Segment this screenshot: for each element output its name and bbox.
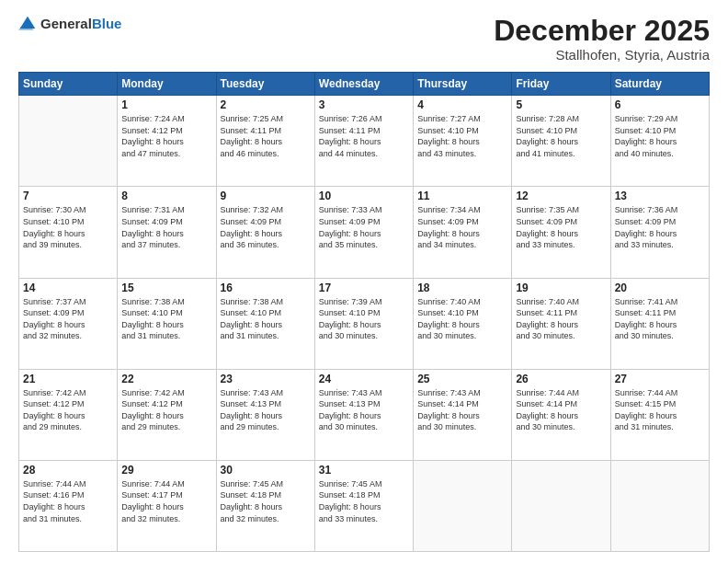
calendar-cell: 10Sunrise: 7:33 AMSunset: 4:09 PMDayligh… — [314, 187, 413, 278]
calendar-cell — [19, 96, 118, 187]
calendar-cell: 6Sunrise: 7:29 AMSunset: 4:10 PMDaylight… — [610, 96, 709, 187]
day-number: 14 — [23, 282, 113, 294]
cell-info: Sunrise: 7:30 AMSunset: 4:10 PMDaylight:… — [23, 204, 113, 250]
day-number: 13 — [615, 190, 705, 202]
cell-info: Sunrise: 7:24 AMSunset: 4:12 PMDaylight:… — [121, 113, 211, 159]
cell-info: Sunrise: 7:33 AMSunset: 4:09 PMDaylight:… — [319, 204, 409, 250]
col-sunday: Sunday — [19, 73, 118, 96]
cell-info: Sunrise: 7:42 AMSunset: 4:12 PMDaylight:… — [23, 387, 113, 433]
week-row-4: 21Sunrise: 7:42 AMSunset: 4:12 PMDayligh… — [19, 369, 710, 460]
cell-info: Sunrise: 7:26 AMSunset: 4:11 PMDaylight:… — [319, 113, 409, 159]
day-number: 23 — [221, 373, 311, 385]
day-number: 4 — [417, 98, 507, 111]
day-number: 8 — [121, 190, 211, 202]
cell-info: Sunrise: 7:40 AMSunset: 4:10 PMDaylight:… — [417, 296, 507, 342]
calendar-cell: 1Sunrise: 7:24 AMSunset: 4:12 PMDaylight… — [118, 96, 216, 187]
day-number: 7 — [23, 190, 113, 202]
day-number: 28 — [23, 464, 113, 477]
calendar-cell: 20Sunrise: 7:41 AMSunset: 4:11 PMDayligh… — [610, 278, 709, 369]
day-number: 1 — [121, 98, 211, 111]
calendar-cell: 14Sunrise: 7:37 AMSunset: 4:09 PMDayligh… — [19, 278, 118, 369]
day-number: 20 — [615, 282, 705, 294]
day-number: 17 — [319, 282, 409, 294]
cell-info: Sunrise: 7:38 AMSunset: 4:10 PMDaylight:… — [121, 296, 211, 342]
calendar-cell: 22Sunrise: 7:42 AMSunset: 4:12 PMDayligh… — [118, 369, 216, 460]
day-number: 26 — [516, 373, 606, 385]
day-number: 16 — [221, 282, 311, 294]
calendar-cell: 23Sunrise: 7:43 AMSunset: 4:13 PMDayligh… — [216, 369, 314, 460]
cell-info: Sunrise: 7:42 AMSunset: 4:12 PMDaylight:… — [121, 387, 211, 433]
week-row-1: 1Sunrise: 7:24 AMSunset: 4:12 PMDaylight… — [19, 96, 710, 187]
week-row-3: 14Sunrise: 7:37 AMSunset: 4:09 PMDayligh… — [19, 278, 710, 369]
header-row: Sunday Monday Tuesday Wednesday Thursday… — [19, 73, 710, 96]
week-row-2: 7Sunrise: 7:30 AMSunset: 4:10 PMDaylight… — [19, 187, 710, 278]
cell-info: Sunrise: 7:27 AMSunset: 4:10 PMDaylight:… — [417, 113, 507, 159]
cell-info: Sunrise: 7:29 AMSunset: 4:10 PMDaylight:… — [615, 113, 705, 159]
day-number: 5 — [516, 98, 606, 111]
calendar-cell: 28Sunrise: 7:44 AMSunset: 4:16 PMDayligh… — [19, 460, 118, 551]
day-number: 24 — [319, 373, 409, 385]
cell-info: Sunrise: 7:43 AMSunset: 4:13 PMDaylight:… — [319, 387, 409, 433]
title-block: December 2025 Stallhofen, Styria, Austri… — [494, 15, 710, 63]
calendar-cell: 2Sunrise: 7:25 AMSunset: 4:11 PMDaylight… — [216, 96, 314, 187]
cell-info: Sunrise: 7:45 AMSunset: 4:18 PMDaylight:… — [319, 478, 409, 524]
cell-info: Sunrise: 7:35 AMSunset: 4:09 PMDaylight:… — [516, 204, 606, 250]
col-friday: Friday — [512, 73, 610, 96]
day-number: 11 — [417, 190, 507, 202]
col-wednesday: Wednesday — [314, 73, 413, 96]
day-number: 3 — [319, 98, 409, 111]
cell-info: Sunrise: 7:25 AMSunset: 4:11 PMDaylight:… — [221, 113, 311, 159]
day-number: 2 — [221, 98, 311, 111]
cell-info: Sunrise: 7:44 AMSunset: 4:14 PMDaylight:… — [516, 387, 606, 433]
day-number: 21 — [23, 373, 113, 385]
day-number: 27 — [615, 373, 705, 385]
cell-info: Sunrise: 7:44 AMSunset: 4:17 PMDaylight:… — [121, 478, 211, 524]
logo-icon — [18, 15, 37, 33]
calendar-cell: 16Sunrise: 7:38 AMSunset: 4:10 PMDayligh… — [216, 278, 314, 369]
day-number: 10 — [319, 190, 409, 202]
col-monday: Monday — [118, 73, 216, 96]
calendar-cell: 29Sunrise: 7:44 AMSunset: 4:17 PMDayligh… — [118, 460, 216, 551]
calendar-cell: 8Sunrise: 7:31 AMSunset: 4:09 PMDaylight… — [118, 187, 216, 278]
day-number: 12 — [516, 190, 606, 202]
cell-info: Sunrise: 7:43 AMSunset: 4:13 PMDaylight:… — [221, 387, 311, 433]
cell-info: Sunrise: 7:32 AMSunset: 4:09 PMDaylight:… — [221, 204, 311, 250]
day-number: 31 — [319, 464, 409, 477]
day-number: 30 — [221, 464, 311, 477]
calendar-cell: 11Sunrise: 7:34 AMSunset: 4:09 PMDayligh… — [414, 187, 512, 278]
cell-info: Sunrise: 7:39 AMSunset: 4:10 PMDaylight:… — [319, 296, 409, 342]
calendar-cell: 26Sunrise: 7:44 AMSunset: 4:14 PMDayligh… — [512, 369, 610, 460]
day-number: 25 — [417, 373, 507, 385]
calendar-table: Sunday Monday Tuesday Wednesday Thursday… — [18, 72, 710, 552]
day-number: 29 — [121, 464, 211, 477]
page: GeneralBlue December 2025 Stallhofen, St… — [0, 0, 728, 563]
cell-info: Sunrise: 7:28 AMSunset: 4:10 PMDaylight:… — [516, 113, 606, 159]
calendar-cell: 27Sunrise: 7:44 AMSunset: 4:15 PMDayligh… — [610, 369, 709, 460]
calendar-cell: 17Sunrise: 7:39 AMSunset: 4:10 PMDayligh… — [314, 278, 413, 369]
header: GeneralBlue December 2025 Stallhofen, St… — [18, 15, 710, 63]
col-saturday: Saturday — [610, 73, 709, 96]
calendar-cell: 30Sunrise: 7:45 AMSunset: 4:18 PMDayligh… — [216, 460, 314, 551]
calendar-cell: 31Sunrise: 7:45 AMSunset: 4:18 PMDayligh… — [314, 460, 413, 551]
day-number: 9 — [221, 190, 311, 202]
day-number: 15 — [121, 282, 211, 294]
calendar-cell: 13Sunrise: 7:36 AMSunset: 4:09 PMDayligh… — [610, 187, 709, 278]
cell-info: Sunrise: 7:41 AMSunset: 4:11 PMDaylight:… — [615, 296, 705, 342]
cell-info: Sunrise: 7:40 AMSunset: 4:11 PMDaylight:… — [516, 296, 606, 342]
calendar-cell — [414, 460, 512, 551]
calendar-cell: 21Sunrise: 7:42 AMSunset: 4:12 PMDayligh… — [19, 369, 118, 460]
calendar-cell: 7Sunrise: 7:30 AMSunset: 4:10 PMDaylight… — [19, 187, 118, 278]
cell-info: Sunrise: 7:44 AMSunset: 4:15 PMDaylight:… — [615, 387, 705, 433]
cell-info: Sunrise: 7:36 AMSunset: 4:09 PMDaylight:… — [615, 204, 705, 250]
calendar-cell: 19Sunrise: 7:40 AMSunset: 4:11 PMDayligh… — [512, 278, 610, 369]
col-thursday: Thursday — [414, 73, 512, 96]
calendar-cell: 9Sunrise: 7:32 AMSunset: 4:09 PMDaylight… — [216, 187, 314, 278]
calendar-cell: 15Sunrise: 7:38 AMSunset: 4:10 PMDayligh… — [118, 278, 216, 369]
logo-general: GeneralBlue — [40, 16, 121, 32]
calendar-cell: 3Sunrise: 7:26 AMSunset: 4:11 PMDaylight… — [314, 96, 413, 187]
logo: GeneralBlue — [18, 15, 121, 33]
calendar-cell: 24Sunrise: 7:43 AMSunset: 4:13 PMDayligh… — [314, 369, 413, 460]
day-number: 18 — [417, 282, 507, 294]
cell-info: Sunrise: 7:44 AMSunset: 4:16 PMDaylight:… — [23, 478, 113, 524]
calendar-subtitle: Stallhofen, Styria, Austria — [494, 47, 710, 63]
